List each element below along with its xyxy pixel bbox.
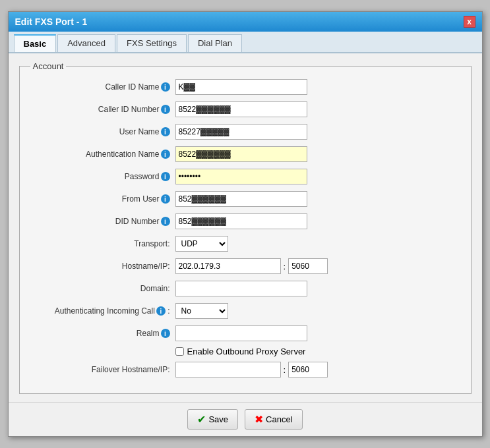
caller-id-number-label: Caller ID Numberi — [30, 105, 175, 115]
failover-port-input[interactable] — [288, 362, 328, 378]
dialog-footer: ✔ Save ✖ Cancel — [9, 402, 482, 436]
realm-label: Realmi — [30, 329, 175, 339]
realm-row: Realmi — [30, 324, 460, 343]
cancel-button[interactable]: ✖ Cancel — [245, 409, 302, 430]
transport-label: Transport: — [30, 239, 175, 248]
password-label: Passwordi — [30, 172, 175, 182]
failover-port-group: : — [175, 362, 328, 378]
dialog-body: Account Caller ID Namei Caller ID Number… — [9, 53, 482, 402]
save-button[interactable]: ✔ Save — [187, 409, 238, 430]
dialog-title: Edit FXS Port - 1 — [15, 16, 88, 27]
outbound-proxy-label: Enable Outbound Proxy Server — [187, 347, 306, 356]
port-colon: : — [284, 262, 286, 271]
hostname-input[interactable] — [175, 258, 281, 274]
caller-id-name-input[interactable] — [175, 79, 307, 95]
account-legend: Account — [30, 61, 67, 71]
caller-id-number-input[interactable] — [175, 101, 307, 117]
hostname-row: Hostname/IP: : — [30, 257, 460, 275]
did-number-row: DID Numberi — [30, 212, 460, 231]
outbound-proxy-checkbox[interactable] — [175, 347, 184, 356]
dialog-titlebar: Edit FXS Port - 1 x — [9, 12, 482, 32]
failover-port-colon: : — [284, 365, 286, 375]
caller-id-name-label: Caller ID Namei — [30, 82, 175, 92]
tab-basic[interactable]: Basic — [14, 34, 57, 52]
caller-id-name-row: Caller ID Namei — [30, 78, 460, 96]
username-row: User Namei — [30, 123, 460, 141]
did-number-info-icon[interactable]: i — [161, 217, 170, 226]
dialog-close-button[interactable]: x — [464, 16, 475, 28]
tab-dial-plan[interactable]: Dial Plan — [188, 34, 242, 52]
transport-row: Transport: UDP TCP TLS — [30, 235, 460, 253]
from-user-row: From Useri — [30, 190, 460, 208]
domain-label: Domain: — [30, 284, 175, 293]
cancel-label: Cancel — [266, 414, 292, 424]
realm-info-icon[interactable]: i — [161, 329, 170, 338]
tab-advanced[interactable]: Advanced — [57, 34, 115, 52]
auth-incoming-select[interactable]: No Yes — [175, 303, 228, 319]
from-user-info-icon[interactable]: i — [161, 194, 170, 204]
tab-bar: Basic Advanced FXS Settings Dial Plan — [9, 32, 482, 53]
failover-label: Failover Hostname/IP: — [30, 365, 175, 374]
auth-incoming-label: Authenticating Incoming Calli : — [30, 306, 175, 316]
hostname-port-group: : — [175, 258, 328, 274]
save-icon: ✔ — [197, 413, 206, 426]
password-info-icon[interactable]: i — [161, 172, 170, 181]
caller-id-name-info-icon[interactable]: i — [161, 82, 170, 92]
failover-row: Failover Hostname/IP: : — [30, 360, 460, 379]
auth-incoming-info-icon[interactable]: i — [156, 306, 166, 316]
username-input[interactable] — [175, 124, 307, 140]
caller-id-number-row: Caller ID Numberi — [30, 100, 460, 119]
auth-name-label: Authentication Namei — [30, 150, 175, 159]
failover-input[interactable] — [175, 362, 281, 378]
hostname-label: Hostname/IP: — [30, 262, 175, 271]
transport-select[interactable]: UDP TCP TLS — [175, 236, 228, 252]
auth-name-info-icon[interactable]: i — [161, 150, 170, 159]
did-number-input[interactable] — [175, 213, 307, 229]
auth-incoming-row: Authenticating Incoming Calli : No Yes — [30, 302, 460, 320]
tab-fxs-settings[interactable]: FXS Settings — [117, 34, 187, 52]
edit-fxs-dialog: Edit FXS Port - 1 x Basic Advanced FXS S… — [8, 11, 483, 437]
auth-name-row: Authentication Namei — [30, 145, 460, 163]
outbound-proxy-row: Enable Outbound Proxy Server — [30, 347, 460, 356]
hostname-port-input[interactable] — [288, 258, 328, 274]
account-fieldset: Account Caller ID Namei Caller ID Number… — [19, 61, 472, 394]
cancel-icon: ✖ — [255, 413, 263, 426]
domain-input[interactable] — [175, 281, 307, 296]
from-user-label: From Useri — [30, 194, 175, 204]
username-label: User Namei — [30, 127, 175, 137]
auth-incoming-colon: : — [168, 306, 169, 316]
password-row: Passwordi — [30, 167, 460, 186]
username-info-icon[interactable]: i — [161, 127, 170, 136]
password-input[interactable] — [175, 169, 307, 184]
auth-name-input[interactable] — [175, 146, 307, 162]
caller-id-number-info-icon[interactable]: i — [161, 105, 170, 114]
realm-input[interactable] — [175, 325, 307, 341]
domain-row: Domain: — [30, 279, 460, 298]
save-label: Save — [208, 414, 228, 424]
from-user-input[interactable] — [175, 191, 307, 207]
did-number-label: DID Numberi — [30, 217, 175, 227]
